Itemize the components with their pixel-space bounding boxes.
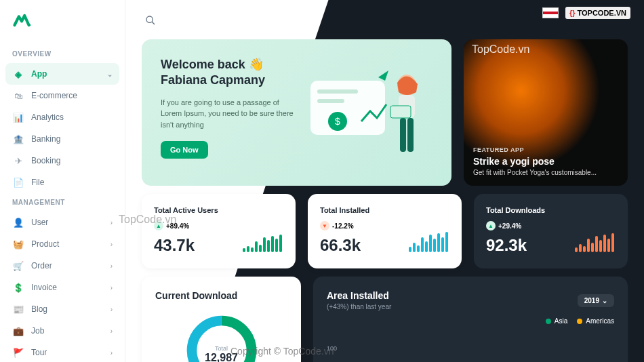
nav-label: Analytics: [31, 113, 64, 122]
nav-label: Blog: [31, 304, 47, 314]
stat-change: ▲ +29.4%: [486, 221, 575, 230]
code-icon: {}: [569, 9, 576, 17]
flag-icon: 🚩: [12, 346, 24, 359]
nav-label: User: [31, 218, 48, 227]
chevron-right-icon: ›: [110, 241, 113, 248]
donut-chart: Total 12,987: [155, 313, 287, 362]
blog-icon: 📰: [12, 303, 24, 315]
nav-item-banking[interactable]: 🏦 Banking: [0, 128, 125, 150]
sidebar: OVERVIEW ◈ App ⌄ 🛍 E-commerce 📊 Analytic…: [0, 0, 125, 362]
language-flag-uk[interactable]: [542, 7, 559, 18]
nav-item-product[interactable]: 🧺 Product ›: [0, 233, 125, 255]
nav-item-user[interactable]: 👤 User ›: [0, 212, 125, 233]
legend-dot: [577, 319, 582, 324]
svg-rect-12: [390, 106, 411, 118]
sparkline-installed: [409, 232, 449, 252]
nav-label: Job: [31, 326, 44, 336]
nav-label: Banking: [31, 134, 60, 144]
stat-change-value: +29.4%: [498, 222, 521, 230]
nav-item-analytics[interactable]: 📊 Analytics: [0, 106, 125, 128]
topbar-right: {} TOPCODE.VN: [542, 7, 630, 19]
nav-item-app[interactable]: ◈ App ⌄: [5, 63, 119, 85]
nav-item-booking[interactable]: ✈ Booking: [0, 150, 125, 172]
legend-label: Asia: [555, 317, 567, 325]
welcome-greeting: Welcome back 👋: [161, 57, 297, 73]
go-now-button[interactable]: Go Now: [161, 141, 208, 159]
badge-text: TOPCODE.VN: [577, 9, 626, 17]
area-installed-card: Area Installed (+43%) than last year 201…: [313, 277, 628, 362]
nav-item-job[interactable]: 💼 Job ›: [0, 320, 125, 342]
nav-label: File: [31, 178, 44, 187]
nav-item-blog[interactable]: 📰 Blog ›: [0, 298, 125, 320]
topcode-badge: {} TOPCODE.VN: [565, 7, 630, 19]
nav-item-order[interactable]: 🛒 Order ›: [0, 255, 125, 277]
nav-item-invoice[interactable]: 💲 Invoice ›: [0, 277, 125, 298]
svg-line-2: [152, 22, 155, 24]
product-icon: 🧺: [12, 238, 24, 250]
chart-title: Current Download: [155, 290, 287, 301]
nav-item-tour[interactable]: 🚩 Tour ›: [0, 342, 125, 362]
legend-dot: [546, 319, 551, 324]
chart-title: Area Installed: [327, 290, 391, 301]
watermark-overlay: TopCode.vn: [472, 43, 529, 56]
stat-change-value: +89.4%: [166, 222, 189, 230]
chevron-right-icon: ›: [110, 306, 113, 313]
logo[interactable]: [0, 11, 125, 45]
bank-icon: 🏦: [12, 133, 24, 145]
legend-item-asia: Asia: [546, 317, 567, 325]
svg-rect-5: [317, 99, 344, 103]
svg-text:$: $: [335, 116, 340, 127]
svg-point-0: [29, 24, 31, 26]
stat-change: ▲ +89.4%: [154, 221, 243, 230]
chevron-down-icon: ⌄: [602, 297, 607, 304]
featured-app-card[interactable]: TopCode.vn FEATURED APP Strike a yogi po…: [464, 39, 628, 186]
section-overview-label: OVERVIEW: [0, 45, 125, 63]
sparkline-active: [243, 235, 283, 252]
welcome-name: Fabiana Capmany: [161, 73, 297, 88]
svg-point-1: [146, 16, 153, 22]
chart-subtitle: (+43%) than last year: [327, 303, 391, 310]
svg-rect-3: [310, 81, 385, 135]
analytics-icon: 📊: [12, 111, 24, 123]
sparkline-downloads: [575, 233, 616, 252]
chevron-right-icon: ›: [110, 284, 113, 291]
bag-icon: 🛍: [12, 89, 24, 102]
logo-icon: [12, 11, 31, 30]
stat-label: Total Downloads: [486, 206, 575, 214]
svg-rect-4: [317, 89, 358, 94]
legend-label: Americas: [586, 317, 614, 325]
invoice-icon: 💲: [12, 281, 24, 294]
nav-label: Tour: [31, 348, 47, 357]
featured-desc: Get fit with Pocket Yoga's customisable.…: [473, 169, 618, 176]
plane-icon: ✈: [12, 155, 24, 167]
chevron-right-icon: ›: [110, 219, 113, 226]
stat-card-installed: Total Installed ▼ -12.2% 66.3k: [308, 194, 462, 268]
donut-center-label: Total: [205, 345, 238, 352]
stat-label: Total Active Users: [154, 206, 243, 214]
stat-value: 92.3k: [486, 236, 575, 255]
welcome-card: Welcome back 👋 Fabiana Capmany If you ar…: [142, 39, 451, 186]
nav-label: App: [31, 69, 47, 79]
dashboard-icon: ◈: [12, 68, 24, 80]
chevron-right-icon: ›: [110, 262, 113, 270]
stat-value: 66.3k: [320, 236, 409, 255]
stat-change-value: -12.2%: [332, 222, 354, 230]
main-content: Welcome back 👋 Fabiana Capmany If you ar…: [125, 0, 644, 362]
trend-down-icon: ▼: [320, 221, 329, 230]
donut-center-value: 12,987: [205, 352, 238, 362]
search-icon: [145, 15, 156, 26]
nav-item-file[interactable]: 📄 File: [0, 172, 125, 193]
year-selector[interactable]: 2019 ⌄: [578, 294, 614, 307]
nav-label: Order: [31, 261, 52, 270]
stat-card-downloads: Total Downloads ▲ +29.4% 92.3k: [474, 194, 628, 268]
nav-item-ecommerce[interactable]: 🛍 E-commerce: [0, 85, 125, 106]
legend-item-americas: Americas: [577, 317, 614, 325]
welcome-subtitle: If you are going to use a passage of Lor…: [161, 97, 297, 131]
stat-change: ▼ -12.2%: [320, 221, 409, 230]
chevron-right-icon: ›: [110, 327, 113, 335]
stat-value: 43.7k: [154, 236, 243, 255]
briefcase-icon: 💼: [12, 325, 24, 337]
svg-rect-11: [407, 118, 414, 152]
search-button[interactable]: [142, 12, 159, 29]
welcome-illustration: $: [297, 57, 432, 168]
